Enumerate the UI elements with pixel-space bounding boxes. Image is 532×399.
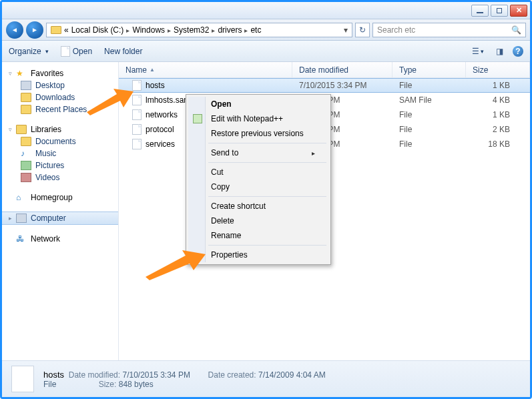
music-icon: ♪ xyxy=(21,149,31,158)
sidebar-item-videos[interactable]: Videos xyxy=(2,171,118,183)
ctx-sendto[interactable]: Send to xyxy=(188,145,328,160)
new-folder-button[interactable]: New folder xyxy=(104,47,142,56)
search-input[interactable]: Search etc 🔍 xyxy=(372,23,526,37)
file-name: networks xyxy=(146,110,178,119)
ctx-edit-notepadpp[interactable]: Edit with Notepad++ xyxy=(188,111,328,126)
preview-pane-button[interactable]: ◨ xyxy=(491,44,507,59)
desktop-icon xyxy=(21,81,31,90)
file-size: 4 KB xyxy=(466,95,530,105)
videos-icon xyxy=(21,173,31,182)
file-icon xyxy=(132,80,142,91)
column-headers: Name▲ Date modified Type Size xyxy=(119,62,530,78)
back-button[interactable] xyxy=(6,21,23,39)
breadcrumb-sep xyxy=(168,25,171,35)
file-name: protocol xyxy=(146,125,174,134)
pictures-icon xyxy=(21,161,31,170)
organize-menu[interactable]: Organize xyxy=(9,47,49,56)
folder-icon xyxy=(21,93,31,102)
computer-group[interactable]: ▸Computer xyxy=(2,212,118,225)
ctx-create-shortcut[interactable]: Create shortcut xyxy=(188,199,328,214)
breadcrumb-sep xyxy=(212,25,215,35)
svg-marker-0 xyxy=(87,89,134,115)
file-size: 18 KB xyxy=(466,139,530,149)
ctx-cut[interactable]: Cut xyxy=(188,165,328,179)
search-icon: 🔍 xyxy=(511,25,521,35)
address-bar[interactable]: « Local Disk (C:) Windows System32 drive… xyxy=(46,23,352,37)
network-icon: 🖧 xyxy=(16,234,27,244)
search-placeholder: Search etc xyxy=(377,25,415,35)
homegroup-group[interactable]: ▿⌂Homegroup xyxy=(2,191,118,204)
breadcrumb-item[interactable]: Windows xyxy=(132,25,165,35)
column-size[interactable]: Size xyxy=(466,62,530,77)
ctx-separator xyxy=(208,162,326,163)
view-options-button[interactable]: ☰ xyxy=(470,44,486,59)
file-type: File xyxy=(392,81,466,90)
drive-icon xyxy=(51,26,61,34)
libraries-group[interactable]: ▿Libraries xyxy=(2,123,118,135)
file-thumbnail xyxy=(11,366,34,392)
minimize-button[interactable] xyxy=(471,5,489,17)
help-button[interactable]: ? xyxy=(513,46,523,57)
title-bar: ✕ xyxy=(2,2,530,19)
breadcrumb-item[interactable]: drivers xyxy=(218,25,242,35)
address-dropdown-icon[interactable]: ▾ xyxy=(344,25,348,35)
breadcrumb-sep xyxy=(244,25,248,35)
file-icon xyxy=(132,95,142,105)
explorer-window: ✕ « Local Disk (C:) Windows System32 dri… xyxy=(0,0,532,399)
computer-icon xyxy=(16,214,27,223)
submenu-arrow-icon xyxy=(312,148,315,157)
file-type: SAM File xyxy=(392,95,466,105)
sidebar-item-pictures[interactable]: Pictures xyxy=(2,159,118,171)
ctx-separator xyxy=(208,245,326,246)
breadcrumb-item[interactable]: etc xyxy=(250,25,261,35)
ctx-open[interactable]: Open xyxy=(188,97,328,111)
sidebar-item-music[interactable]: ♪Music xyxy=(2,147,118,159)
file-icon xyxy=(132,124,142,135)
breadcrumb-sep xyxy=(126,25,129,35)
file-type: File xyxy=(392,110,466,119)
homegroup-icon: ⌂ xyxy=(16,193,27,202)
star-icon: ★ xyxy=(16,69,27,78)
column-name[interactable]: Name▲ xyxy=(119,62,292,77)
ctx-separator xyxy=(208,196,326,197)
breadcrumb-chevron: « xyxy=(64,25,69,35)
ctx-properties[interactable]: Properties xyxy=(188,248,328,262)
file-row[interactable]: hosts7/10/2015 3:34 PMFile1 KB xyxy=(119,78,530,93)
close-button[interactable]: ✕ xyxy=(510,5,527,17)
notepadpp-icon xyxy=(192,113,203,124)
sidebar-item-documents[interactable]: Documents xyxy=(2,135,118,147)
ctx-rename[interactable]: Rename xyxy=(188,228,328,243)
file-size: 1 KB xyxy=(466,81,530,90)
file-date: 7/10/2015 3:34 PM xyxy=(292,81,392,90)
command-bar: Organize Open New folder ☰ ◨ ? xyxy=(2,41,530,62)
file-name: services xyxy=(146,139,175,149)
folder-icon xyxy=(21,105,31,114)
ctx-delete[interactable]: Delete xyxy=(188,214,328,228)
documents-icon xyxy=(21,137,31,146)
ctx-restore-versions[interactable]: Restore previous versions xyxy=(188,126,328,141)
network-group[interactable]: ▿🖧Network xyxy=(2,233,118,245)
open-button[interactable]: Open xyxy=(61,46,92,57)
favorites-group[interactable]: ▿★Favorites xyxy=(2,67,118,79)
column-type[interactable]: Type xyxy=(392,62,466,77)
file-icon xyxy=(61,46,70,57)
close-icon: ✕ xyxy=(516,6,522,15)
file-name: lmhosts.sam xyxy=(146,95,190,105)
breadcrumb-item[interactable]: System32 xyxy=(174,25,209,35)
sort-asc-icon: ▲ xyxy=(150,67,155,73)
refresh-button[interactable]: ↻ xyxy=(355,23,370,37)
file-name: hosts xyxy=(146,81,165,90)
breadcrumb-item[interactable]: Local Disk (C:) xyxy=(71,25,124,35)
details-filename: hosts xyxy=(43,370,64,380)
nav-bar: « Local Disk (C:) Windows System32 drive… xyxy=(2,19,530,41)
libraries-icon xyxy=(16,125,27,134)
ctx-copy[interactable]: Copy xyxy=(188,179,328,194)
file-icon xyxy=(132,139,142,149)
details-meta: hosts Date modified: 7/10/2015 3:34 PM D… xyxy=(43,370,326,389)
maximize-button[interactable] xyxy=(491,5,508,17)
forward-button[interactable] xyxy=(26,21,43,39)
column-date[interactable]: Date modified xyxy=(292,62,392,77)
svg-marker-1 xyxy=(146,250,206,280)
file-type: File xyxy=(392,125,466,134)
file-type: File xyxy=(392,139,466,149)
